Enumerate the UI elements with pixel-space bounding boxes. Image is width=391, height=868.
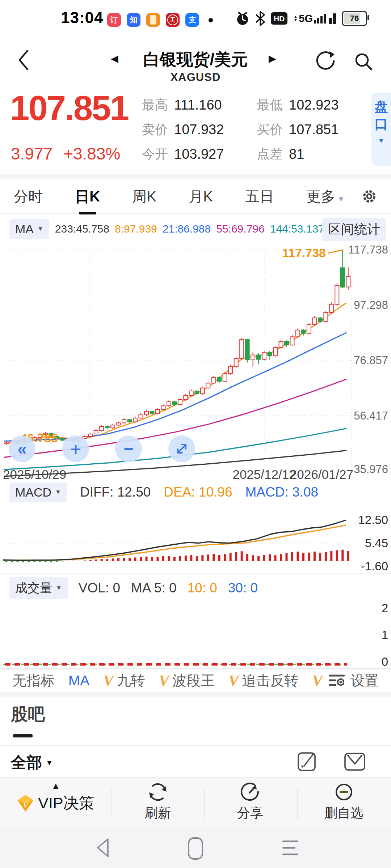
divider bbox=[204, 788, 205, 819]
zoom-out-button[interactable]: − bbox=[115, 435, 142, 462]
stat-3: 买价107.851 bbox=[257, 117, 339, 142]
mail-icon[interactable] bbox=[344, 752, 366, 771]
search-icon[interactable] bbox=[353, 51, 374, 72]
svg-text:2: 2 bbox=[382, 601, 388, 615]
price-change: 3.977 +3.83% bbox=[11, 144, 120, 163]
macd-dea-value: DEA: 10.96 bbox=[164, 485, 232, 500]
svg-text:12.50: 12.50 bbox=[358, 513, 388, 527]
quote-stats: 最高111.160最低102.923卖价107.932买价107.851今开10… bbox=[142, 93, 339, 166]
tab-日K[interactable]: 日K bbox=[74, 179, 101, 214]
remove-watchlist-button[interactable]: 删自选 bbox=[324, 782, 363, 822]
guba-filter-dropdown[interactable]: 全部▼ bbox=[11, 752, 53, 773]
date-left: 2025/10/29 bbox=[3, 467, 66, 482]
section-divider bbox=[0, 692, 391, 697]
compose-post-icon[interactable] bbox=[297, 750, 318, 772]
x-axis-dates: 2025/10/29 2025/12/12 2026/01/27 bbox=[0, 467, 391, 482]
volume-chart[interactable]: 210 bbox=[0, 600, 391, 669]
ma-selector[interactable]: MA▼ bbox=[9, 219, 49, 239]
hd-voice-icon: HD bbox=[271, 12, 287, 25]
more-notifications-dot bbox=[209, 18, 213, 22]
ma-indicator-bar: MA▼ 233:45.7588:97.93921:86.98855:69.796… bbox=[0, 216, 391, 242]
alarm-icon bbox=[235, 11, 250, 26]
battery-icon: 76 bbox=[342, 11, 367, 26]
section-divider bbox=[0, 174, 391, 179]
macd-indicator-bar: MACD▼ DIFF: 12.50 DEA: 10.96 MACD: 3.08 bbox=[0, 481, 391, 503]
scroll-left-button[interactable]: « bbox=[9, 435, 35, 462]
collapse-up-arrow[interactable]: ▲ bbox=[51, 780, 60, 792]
minus-circle-icon bbox=[334, 782, 354, 802]
nav-home-button[interactable] bbox=[188, 837, 203, 860]
svg-text:1: 1 bbox=[382, 628, 388, 642]
vip-badge: V bbox=[312, 672, 323, 689]
stat-5: 点差81 bbox=[257, 142, 339, 166]
next-symbol-arrow[interactable]: ▶ bbox=[269, 53, 276, 64]
chevron-down-icon: ▼ bbox=[55, 489, 61, 496]
guba-active-underline bbox=[13, 734, 33, 737]
data-arrows-icon: ▲▼ bbox=[293, 16, 298, 21]
divider bbox=[0, 745, 391, 746]
volume-indicator-bar: 成交量▼ VOL: 0 MA 5: 0 10: 0 30: 0 bbox=[0, 576, 391, 600]
macd-chart[interactable]: 12.505.45-1.60 bbox=[0, 503, 391, 571]
zhihu-app-icon: 知 bbox=[127, 13, 140, 27]
svg-text:0: 0 bbox=[382, 655, 388, 668]
expand-button[interactable] bbox=[168, 435, 195, 462]
chevron-down-icon: ▼ bbox=[56, 584, 62, 592]
status-icons: HD ▲▼ 5G 76 bbox=[235, 10, 367, 27]
nav-menu-button[interactable] bbox=[282, 840, 300, 857]
nav-back-button[interactable] bbox=[95, 837, 112, 859]
network-5g-indicator: ▲▼ 5G bbox=[293, 13, 336, 25]
svg-text:V: V bbox=[23, 800, 29, 809]
vip-diamond-icon: V bbox=[17, 795, 34, 812]
bluetooth-icon bbox=[256, 11, 265, 26]
signal-bars2-icon bbox=[329, 13, 336, 24]
refresh-icon[interactable] bbox=[316, 51, 337, 72]
tab-月K[interactable]: 月K bbox=[188, 179, 214, 214]
change-percent: +3.83% bbox=[63, 144, 120, 163]
indicator-item-波段王[interactable]: V波段王 bbox=[159, 671, 215, 690]
indicator-sliders-icon bbox=[329, 673, 345, 688]
ma-values: 233:45.7588:97.93921:86.98855:69.796144:… bbox=[55, 223, 324, 235]
zoom-in-button[interactable]: ＋ bbox=[62, 435, 89, 462]
vol-ma10: 10: 0 bbox=[187, 580, 217, 596]
expand-arrows-icon bbox=[175, 442, 189, 456]
svg-text:117.738: 117.738 bbox=[348, 243, 388, 256]
svg-text:5.45: 5.45 bbox=[365, 536, 388, 550]
depth-panel-button[interactable]: 盘口 ▼ bbox=[371, 93, 391, 166]
date-center: 2025/12/12 bbox=[232, 467, 296, 482]
svg-text:-1.60: -1.60 bbox=[361, 559, 388, 571]
indicator-item-追击反转[interactable]: V追击反转 bbox=[228, 671, 299, 690]
tab-五日[interactable]: 五日 bbox=[244, 179, 275, 214]
pane-divider bbox=[0, 573, 391, 574]
android-nav-bar bbox=[0, 828, 391, 868]
stat-4: 今开103.927 bbox=[142, 142, 257, 166]
indicator-switch-bar: 无指标MAV九转V波段王V追击反转 V 设置 bbox=[0, 669, 391, 692]
indicator-item-无指标[interactable]: 无指标 bbox=[12, 671, 55, 690]
share-icon bbox=[240, 782, 260, 802]
guba-section-title[interactable]: 股吧 bbox=[11, 703, 45, 726]
status-time: 13:04 bbox=[61, 9, 104, 27]
date-right: 2026/01/27 bbox=[290, 467, 353, 482]
refresh-button[interactable]: 刷新 bbox=[145, 782, 171, 822]
indicator-item-九转[interactable]: V九转 bbox=[103, 671, 145, 690]
tab-分时[interactable]: 分时 bbox=[13, 179, 43, 214]
alipay-app-icon: 支 bbox=[185, 13, 199, 27]
volume-selector[interactable]: 成交量▼ bbox=[9, 577, 68, 599]
macd-diff-value: DIFF: 12.50 bbox=[80, 485, 151, 500]
period-tabs: 分时日K周K月K五日更多▼ bbox=[0, 179, 391, 214]
svg-text:97.298: 97.298 bbox=[354, 299, 388, 311]
icbc-app-icon: 工 bbox=[166, 13, 180, 27]
indicator-item-MA[interactable]: MA bbox=[68, 673, 90, 689]
candlestick-chart[interactable]: 117.73897.29876.85756.41735.976117.73846… bbox=[0, 242, 391, 477]
tab-更多[interactable]: 更多▼ bbox=[306, 179, 345, 214]
range-stats-button[interactable]: 区间统计 bbox=[322, 218, 386, 241]
depth-panel-label: 盘口 bbox=[374, 98, 388, 133]
share-button[interactable]: 分享 bbox=[237, 782, 263, 822]
vol-ma30: 30: 0 bbox=[228, 580, 258, 596]
vip-strategy-button[interactable]: V VIP决策 bbox=[17, 793, 94, 814]
gear-icon[interactable] bbox=[361, 188, 378, 205]
tab-周K[interactable]: 周K bbox=[131, 179, 157, 214]
macd-selector[interactable]: MACD▼ bbox=[9, 482, 67, 502]
indicator-settings-button[interactable]: V 设置 bbox=[312, 671, 379, 690]
vol-ma5: MA 5: 0 bbox=[131, 580, 176, 596]
last-price: 107.851 bbox=[10, 88, 128, 128]
